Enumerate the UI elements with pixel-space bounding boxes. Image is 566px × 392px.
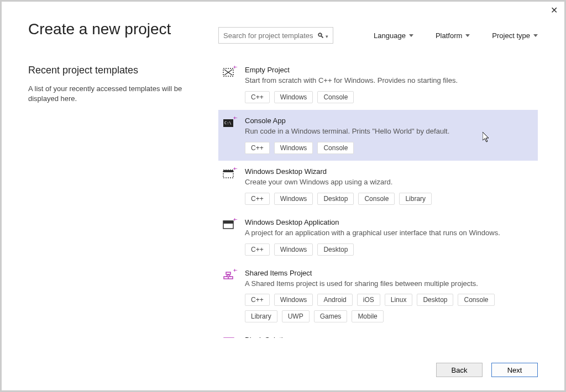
template-tag: Linux (385, 294, 413, 306)
recent-templates-heading: Recent project templates (28, 65, 205, 76)
template-tag: Desktop (317, 193, 354, 205)
template-tag: Console (358, 193, 395, 205)
template-tag: C++ (245, 243, 270, 256)
template-tag: C++ (245, 294, 270, 306)
template-name: Blank Solution (245, 336, 530, 338)
next-button[interactable]: Next (491, 363, 538, 377)
template-tag: Windows (274, 193, 313, 205)
template-tag: Console (317, 142, 354, 154)
template-tags: C++WindowsDesktop (245, 243, 530, 256)
shared-project-icon: ++ (223, 269, 237, 283)
project-type-filter[interactable]: Project type (492, 31, 538, 40)
close-button[interactable]: ✕ (551, 5, 558, 15)
wizard-project-icon: ++ (223, 167, 237, 182)
project-type-filter-label: Project type (492, 31, 530, 40)
template-tag: C++ (245, 142, 270, 154)
template-item[interactable]: ++Windows Desktop ApplicationA project f… (218, 211, 538, 262)
template-tag: Android (317, 294, 352, 306)
template-tag: Library (399, 193, 432, 205)
chevron-down-icon (533, 34, 538, 37)
template-tag: Windows (274, 294, 313, 306)
search-input[interactable] (223, 31, 317, 40)
template-description: A Shared Items project is used for shari… (245, 279, 530, 289)
template-tag: iOS (357, 294, 380, 306)
template-description: Start from scratch with C++ for Windows.… (245, 76, 530, 86)
template-tag: Library (245, 310, 277, 322)
template-name: Windows Desktop Application (245, 218, 530, 226)
svg-text:++: ++ (233, 167, 237, 172)
template-tag: C++ (245, 91, 270, 103)
svg-text:++: ++ (233, 269, 237, 273)
empty-project-icon: ++ (223, 66, 237, 80)
template-tag: UWP (282, 310, 310, 322)
template-item[interactable]: ++Windows Desktop WizardCreate your own … (218, 161, 538, 211)
template-tag: Mobile (352, 310, 383, 322)
page-title: Create a new project (28, 20, 205, 38)
template-tag: Games (314, 310, 348, 322)
recent-templates-description: A list of your recently accessed templat… (28, 84, 205, 104)
chevron-down-icon (465, 34, 470, 37)
svg-text:++: ++ (233, 218, 237, 223)
template-tags: C++WindowsAndroidiOSLinuxDesktopConsoleL… (245, 294, 530, 322)
template-tags: C++WindowsConsole (245, 91, 530, 103)
template-description: A project for an application with a grap… (245, 229, 530, 238)
template-list[interactable]: ++Empty ProjectStart from scratch with C… (218, 59, 538, 338)
template-tag: Windows (274, 243, 313, 256)
svg-rect-9 (223, 221, 233, 224)
template-tags: C++WindowsDesktopConsoleLibrary (245, 193, 530, 205)
search-box[interactable]: 🔍︎ (218, 27, 333, 44)
template-name: Console App (245, 116, 530, 125)
template-tag: Windows (274, 91, 313, 103)
template-tag: Console (317, 91, 354, 103)
template-tag: C++ (245, 193, 270, 205)
language-filter-label: Language (374, 31, 406, 40)
template-item[interactable]: ++Empty ProjectStart from scratch with C… (218, 59, 538, 110)
platform-filter-label: Platform (436, 31, 462, 40)
language-filter[interactable]: Language (374, 31, 413, 40)
search-icon[interactable]: 🔍︎ (317, 31, 328, 40)
template-name: Windows Desktop Wizard (245, 167, 530, 176)
desktop-project-icon: ++ (223, 218, 237, 232)
template-tag: Desktop (417, 294, 453, 306)
platform-filter[interactable]: Platform (436, 31, 470, 40)
template-tags: C++WindowsConsole (245, 142, 530, 154)
blank-project-icon (223, 336, 237, 338)
console-project-icon: C:\++ (223, 116, 237, 131)
template-description: Run code in a Windows terminal. Prints "… (245, 127, 530, 136)
svg-text:++: ++ (233, 66, 237, 70)
template-item[interactable]: Blank SolutionCreate an empty solution c… (218, 329, 538, 338)
template-name: Shared Items Project (245, 269, 530, 277)
template-name: Empty Project (245, 66, 530, 74)
template-description: Create your own Windows app using a wiza… (245, 178, 530, 187)
back-button[interactable]: Back (436, 363, 483, 377)
template-tag: Windows (274, 142, 313, 154)
svg-rect-6 (223, 170, 233, 172)
template-item[interactable]: ++Shared Items ProjectA Shared Items pro… (218, 262, 538, 330)
template-tag: Desktop (317, 243, 354, 256)
chevron-down-icon (409, 34, 413, 37)
svg-text:++: ++ (233, 116, 237, 121)
template-tag: Console (458, 294, 494, 306)
svg-text:C:\: C:\ (224, 121, 232, 125)
template-item[interactable]: C:\++Console AppRun code in a Windows te… (218, 110, 538, 161)
